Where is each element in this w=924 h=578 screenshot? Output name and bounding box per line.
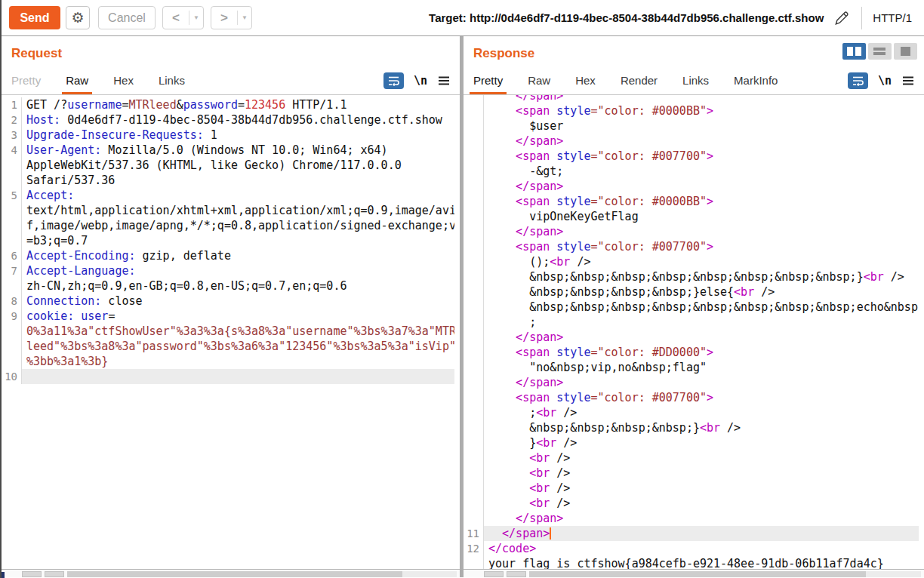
back-button[interactable]: < ▼	[162, 6, 204, 29]
code-line: 2Host: 0d4e6df7-d119-4bec-8504-38b44d7db…	[2, 112, 460, 128]
tab-hex[interactable]: Hex	[575, 66, 596, 94]
word-wrap-icon	[387, 75, 400, 86]
single-pane-icon	[901, 47, 910, 56]
scroll-thumb[interactable]	[529, 571, 866, 577]
code-line: $user	[464, 118, 924, 134]
layout-view-buttons	[842, 43, 917, 60]
scroll-track[interactable]	[67, 571, 457, 577]
code-line: =b3;q=0.7	[2, 233, 460, 248]
line-number	[464, 360, 483, 375]
code-line: leed"%3bs%3a8%3a"password"%3bs%3a6%3a"12…	[2, 339, 460, 354]
line-number	[464, 405, 483, 420]
response-word-wrap-button[interactable]	[848, 72, 868, 89]
toolbar-divider	[861, 7, 862, 29]
response-panel: Response PrettyRawHexRenderLinksMarkInfo…	[464, 36, 924, 577]
tab-links[interactable]: Links	[159, 66, 185, 94]
code-line: 7Accept-Language:	[2, 263, 460, 278]
tab-raw[interactable]: Raw	[528, 66, 550, 94]
line-number	[464, 209, 483, 224]
line-number	[464, 149, 483, 164]
forward-button[interactable]: > ▼	[211, 6, 252, 29]
line-number	[464, 134, 483, 149]
code-line: <span style="color: #0000BB">	[464, 103, 924, 118]
scroll-track[interactable]	[529, 571, 921, 577]
code-line: ;<br />	[464, 405, 924, 420]
request-editor[interactable]: 1GET /?username=MTRleed&password=123456 …	[2, 95, 460, 569]
code-line: 10	[2, 369, 460, 384]
back-arrow-icon: <	[163, 11, 189, 26]
http-version-label[interactable]: HTTP/1	[873, 11, 912, 24]
request-word-wrap-button[interactable]	[383, 72, 404, 89]
response-viewer[interactable]: </span> <span style="color: #0000BB"> $u…	[464, 95, 924, 569]
line-number	[464, 254, 483, 269]
code-line: ;	[464, 315, 924, 330]
line-number: 12	[464, 541, 483, 556]
code-line: </span>	[464, 134, 924, 149]
tab-raw[interactable]: Raw	[66, 66, 88, 94]
tab-links[interactable]: Links	[682, 66, 709, 94]
scroll-button[interactable]	[507, 571, 526, 577]
code-line: </span>	[464, 330, 924, 345]
line-number	[2, 158, 21, 173]
forward-arrow-icon: >	[211, 11, 237, 26]
request-menu-button[interactable]	[437, 75, 451, 87]
line-number	[464, 179, 483, 194]
line-number	[2, 173, 21, 188]
request-panel: Request PrettyRawHexLinks \n	[2, 36, 460, 577]
tab-hex[interactable]: Hex	[113, 66, 134, 94]
code-line: AppleWebKit/537.36 (KHTML, like Gecko) C…	[2, 158, 460, 173]
code-line: zh-CN,zh;q=0.9,en-GB;q=0.8,en-US;q=0.7,e…	[2, 278, 460, 294]
response-show-newlines-button[interactable]: \n	[878, 74, 892, 88]
side-by-side-view-button[interactable]	[842, 43, 866, 60]
line-number	[464, 511, 483, 526]
code-line: <br />	[464, 450, 924, 466]
hamburger-menu-icon	[901, 75, 915, 87]
code-line: <span style="color: #DD0000">	[464, 345, 924, 360]
burp-repeater-window: Send ⚙ Cancel < ▼ > ▼ Target: http://0d4…	[0, 0, 924, 578]
scroll-thumb[interactable]	[67, 571, 402, 577]
line-number	[464, 284, 483, 300]
line-number	[464, 103, 483, 118]
line-number	[2, 354, 21, 369]
forward-history-dropdown-icon[interactable]: ▼	[238, 14, 251, 21]
code-line: &nbsp;&nbsp;&nbsp;&nbsp;&nbsp;&nbsp;&nbs…	[464, 300, 924, 315]
line-number	[464, 481, 483, 496]
request-tab-bar: PrettyRawHexLinks \n	[2, 66, 460, 95]
code-line: &nbsp;&nbsp;&nbsp;&nbsp;&nbsp;&nbsp;&nbs…	[464, 269, 924, 284]
code-line: </span>	[464, 511, 924, 526]
code-line: <span style="color: #0000BB">	[464, 194, 924, 209]
send-button[interactable]: Send	[9, 6, 60, 29]
line-number: 9	[2, 309, 21, 324]
tab-markinfo[interactable]: MarkInfo	[734, 66, 778, 94]
scroll-button[interactable]	[22, 571, 42, 577]
back-history-dropdown-icon[interactable]: ▼	[189, 14, 203, 21]
text-cursor	[550, 527, 551, 540]
scroll-button[interactable]	[484, 571, 504, 577]
response-horizontal-scrollbar[interactable]	[464, 569, 924, 577]
code-line: f,image/webp,image/apng,*/*;q=0.8,applic…	[2, 218, 460, 233]
target-label: Target: http://0d4e6df7-d119-4bec-8504-3…	[429, 11, 824, 24]
code-line: "no&nbsp;vip,no&nbsp;flag"	[464, 360, 924, 375]
tab-render[interactable]: Render	[621, 66, 658, 94]
code-line: 1GET /?username=MTRleed&password=123456 …	[2, 97, 460, 112]
code-line: 11 </span>	[464, 526, 924, 541]
line-number	[2, 233, 21, 248]
request-title: Request	[2, 36, 460, 66]
response-menu-button[interactable]	[901, 75, 915, 87]
line-number	[2, 203, 21, 218]
line-number	[2, 324, 21, 339]
line-number	[464, 345, 483, 360]
single-view-button[interactable]	[894, 43, 917, 60]
request-settings-button[interactable]: ⚙	[66, 6, 90, 29]
request-show-newlines-button[interactable]: \n	[414, 74, 427, 88]
code-line: &nbsp;&nbsp;&nbsp;&nbsp;}<br />	[464, 420, 924, 435]
edit-target-icon[interactable]	[833, 9, 851, 27]
stacked-view-button[interactable]	[868, 43, 892, 60]
tab-pretty[interactable]: Pretty	[473, 66, 503, 94]
scroll-button[interactable]	[45, 571, 64, 577]
request-horizontal-scrollbar[interactable]	[2, 569, 460, 577]
toolbar: Send ⚙ Cancel < ▼ > ▼ Target: http://0d4…	[2, 0, 924, 36]
code-line: text/html,application/xhtml+xml,applicat…	[2, 203, 460, 218]
gear-icon: ⚙	[71, 11, 84, 25]
cancel-button[interactable]: Cancel	[98, 6, 156, 29]
